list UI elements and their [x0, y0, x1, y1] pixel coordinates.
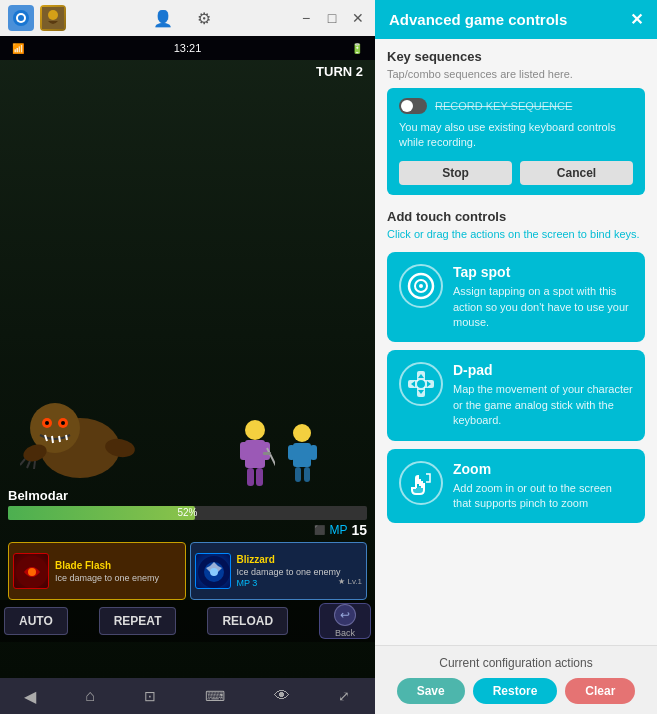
hp-fill [8, 506, 195, 520]
nav-home-icon[interactable]: ⌂ [85, 687, 95, 705]
back-button[interactable]: ↩ Back [319, 603, 371, 639]
svg-point-9 [45, 421, 49, 425]
tap-spot-icon [399, 264, 443, 308]
skill-icon-1 [13, 553, 49, 589]
wifi-icon: 📶 [12, 43, 24, 54]
settings-icon[interactable]: ⚙ [197, 9, 211, 28]
skill-info-2: Blizzard Ice damage to one enemy MP 3 ★ … [237, 554, 363, 588]
toggle-knob [401, 100, 413, 112]
clear-button[interactable]: Clear [565, 678, 635, 704]
nav-keyboard-icon[interactable]: ⌨ [205, 688, 225, 704]
mp-area: ⬛ MP 15 [8, 522, 367, 538]
recording-desc: You may also use existing keyboard contr… [399, 120, 633, 151]
dpad-icon [399, 362, 443, 406]
svg-rect-26 [304, 467, 310, 482]
user-icon[interactable]: 👤 [153, 9, 173, 28]
game-panel: 👤 ⚙ − □ ✕ 📶 13:21 🔋 TURN 2 [0, 0, 375, 714]
svg-rect-22 [293, 443, 311, 467]
svg-point-31 [210, 568, 218, 576]
minimize-button[interactable]: − [297, 9, 315, 27]
zoom-card[interactable]: Zoom Add zoom in or out to the screen th… [387, 449, 645, 524]
auto-button[interactable]: AUTO [4, 607, 68, 635]
svg-rect-20 [263, 452, 271, 455]
stop-button[interactable]: Stop [399, 161, 512, 185]
config-title: Current configuration actions [387, 656, 645, 670]
skill-icon-2 [195, 553, 231, 589]
save-button[interactable]: Save [397, 678, 465, 704]
hero1-sprite [235, 418, 275, 488]
zoom-desc: Add zoom in or out to the screen that su… [453, 481, 633, 512]
svg-point-4 [48, 10, 58, 20]
mp-label: MP [329, 523, 347, 537]
svg-point-13 [245, 420, 265, 440]
recording-top: RECORD KEY SEQUENCE [399, 98, 633, 114]
title-bar: 👤 ⚙ − □ ✕ [0, 0, 375, 36]
recording-actions: Stop Cancel [399, 161, 633, 185]
touch-controls-subtitle: Click or drag the actions on the screen … [387, 227, 645, 242]
nav-expand-icon[interactable]: ⤢ [338, 688, 350, 704]
nav-apps-icon[interactable]: ⊡ [144, 688, 156, 704]
skill-desc-2: Ice damage to one enemy [237, 567, 363, 577]
game-icon[interactable] [40, 5, 66, 31]
svg-point-37 [417, 380, 425, 388]
zoom-icon [399, 461, 443, 505]
hp-bar-area: Belmodar 52% ⬛ MP 15 [8, 488, 367, 538]
tap-spot-desc: Assign tapping on a spot with this actio… [453, 284, 633, 330]
window-controls: − □ ✕ [297, 9, 367, 27]
restore-button[interactable]: Restore [473, 678, 558, 704]
recording-toggle[interactable] [399, 98, 427, 114]
dpad-name: D-pad [453, 362, 633, 378]
maximize-button[interactable]: □ [323, 9, 341, 27]
mp-value: 15 [351, 522, 367, 538]
reload-button[interactable]: RELOAD [207, 607, 288, 635]
turn-indicator: TURN 2 [316, 64, 363, 79]
nav-back-icon[interactable]: ◀ [24, 687, 36, 706]
tap-spot-name: Tap spot [453, 264, 633, 280]
back-button-icon: ↩ [334, 604, 356, 626]
skill-name-1: Blade Flash [55, 560, 181, 571]
footer-buttons: Save Restore Clear [387, 678, 645, 704]
key-sequences-title: Key sequences [387, 49, 645, 64]
battery-icon: 🔋 [351, 43, 363, 54]
panel-title: Advanced game controls [389, 11, 567, 28]
svg-point-34 [419, 284, 423, 288]
skills-bar: Blade Flash Ice damage to one enemy Bliz… [8, 542, 367, 600]
repeat-button[interactable]: REPEAT [99, 607, 177, 635]
back-button-label: Back [335, 628, 355, 638]
game-screen: 📶 13:21 🔋 TURN 2 [0, 36, 375, 678]
tap-spot-card[interactable]: Tap spot Assign tapping on a spot with t… [387, 252, 645, 342]
panel-content: Key sequences Tap/combo sequences are li… [375, 39, 657, 645]
skill-card-2[interactable]: Blizzard Ice damage to one enemy MP 3 ★ … [190, 542, 368, 600]
recording-label: RECORD KEY SEQUENCE [435, 100, 572, 112]
skill-name-2: Blizzard [237, 554, 275, 565]
svg-rect-18 [256, 468, 263, 486]
key-sequences-subtitle: Tap/combo sequences are listed here. [387, 68, 645, 80]
character-name: Belmodar [8, 488, 367, 503]
svg-rect-25 [295, 467, 301, 482]
svg-rect-15 [240, 442, 248, 460]
hp-bar: 52% [8, 506, 367, 520]
zoom-name: Zoom [453, 461, 633, 477]
nav-view-icon[interactable]: 👁 [274, 687, 290, 705]
skill-card-1[interactable]: Blade Flash Ice damage to one enemy [8, 542, 186, 600]
bluestacks-icon[interactable] [8, 5, 34, 31]
skill-level-2: ★ Lv.1 [338, 577, 362, 588]
app-icons [8, 5, 66, 31]
right-panel: Advanced game controls ✕ Key sequences T… [375, 0, 657, 714]
svg-point-2 [18, 15, 24, 21]
tap-spot-info: Tap spot Assign tapping on a spot with t… [453, 264, 633, 330]
monster-sprite [20, 383, 140, 483]
panel-footer: Current configuration actions Save Resto… [375, 645, 657, 714]
hp-text: 52% [177, 506, 197, 520]
skill-info-1: Blade Flash Ice damage to one enemy [55, 560, 181, 583]
dpad-card[interactable]: D-pad Map the movement of your character… [387, 350, 645, 440]
close-window-button[interactable]: ✕ [349, 9, 367, 27]
recording-box: RECORD KEY SEQUENCE You may also use exi… [387, 88, 645, 195]
panel-header: Advanced game controls ✕ [375, 0, 657, 39]
skill-desc-1: Ice damage to one enemy [55, 573, 181, 583]
cancel-button[interactable]: Cancel [520, 161, 633, 185]
time-display: 13:21 [174, 42, 202, 54]
svg-rect-23 [288, 445, 295, 460]
panel-close-button[interactable]: ✕ [630, 10, 643, 29]
dpad-desc: Map the movement of your character or th… [453, 382, 633, 428]
